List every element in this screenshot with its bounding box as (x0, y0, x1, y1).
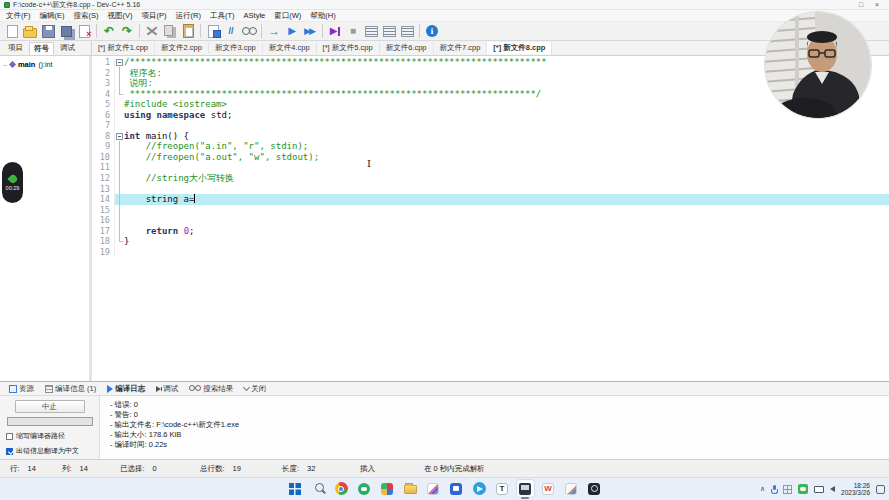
taskbar-paint-button[interactable] (425, 480, 442, 497)
fold-marker[interactable] (115, 205, 124, 216)
editor-line[interactable]: 17 return 0; (92, 226, 889, 237)
editor-line[interactable]: 14 string a= (92, 194, 889, 205)
file-tab-3[interactable]: 新文件3.cpp (209, 42, 263, 54)
tray-wechat-tray-button[interactable] (798, 484, 808, 494)
editor-line[interactable]: 19 (92, 247, 889, 258)
editor-line[interactable]: 16 (92, 215, 889, 226)
find-button[interactable] (240, 23, 258, 40)
taskbar-wps-button[interactable]: W (540, 480, 557, 497)
editor-line[interactable]: 5#include <iostream> (92, 99, 889, 110)
new-file-button[interactable] (3, 23, 21, 40)
file-tab-1[interactable]: [*] 新文件1.cpp (92, 42, 155, 54)
editor-line[interactable]: 11 (92, 162, 889, 173)
fold-marker[interactable] (115, 131, 124, 142)
bottom-tab-debug[interactable]: 调试 (152, 382, 182, 395)
taskbar-clouddoc-button[interactable] (448, 480, 465, 497)
taskbar-devcpp-button[interactable] (517, 480, 534, 497)
fold-marker[interactable] (115, 68, 124, 79)
sidebar-tab-3[interactable]: 调试 (56, 42, 79, 54)
menu-item-8[interactable]: AStyle (244, 11, 266, 20)
abort-button[interactable]: 中止 (15, 400, 85, 413)
fold-marker[interactable] (115, 141, 124, 152)
copy-button[interactable] (161, 23, 179, 40)
compile-option-1[interactable]: 缩写编译器路径 (6, 431, 93, 441)
sidebar-tab-1[interactable]: 项目 (4, 42, 27, 54)
file-tab-7[interactable]: 新文件7.cpp (434, 42, 488, 54)
editor-line[interactable]: 18} (92, 236, 889, 247)
run-button[interactable]: ▶ (283, 23, 301, 40)
bottom-tab-compile-log[interactable]: 编译日志 (103, 382, 149, 395)
taskbar-clock[interactable]: 18:26 2023/3/26 (841, 482, 870, 497)
debug-button[interactable]: ▶ (326, 23, 344, 40)
sidebar-tab-2[interactable]: 符号 (29, 42, 54, 55)
save-all-button[interactable] (57, 23, 75, 40)
info-button[interactable]: i (423, 23, 441, 40)
fold-marker[interactable] (115, 236, 124, 247)
taskbar-typora-button[interactable]: T (494, 480, 511, 497)
stop-button[interactable]: ■ (344, 23, 362, 40)
tray-input-grid-button[interactable] (783, 485, 792, 494)
menu-item-10[interactable]: 帮助(H) (310, 11, 335, 21)
fold-marker[interactable] (115, 162, 124, 173)
bottom-tab-compile-info[interactable]: 编译信息 (1) (41, 382, 100, 395)
fold-marker[interactable] (115, 152, 124, 163)
taskbar-telegram-button[interactable] (471, 480, 488, 497)
compile-button[interactable] (204, 23, 222, 40)
menu-item-4[interactable]: 视图(V) (108, 11, 133, 21)
checkbox-checked[interactable] (6, 448, 13, 455)
checkbox-unchecked[interactable] (6, 433, 13, 440)
fold-box[interactable] (116, 59, 123, 66)
file-tab-5[interactable]: [*] 新文件5.cpp (317, 42, 380, 54)
file-tab-4[interactable]: 新文件4.cpp (263, 42, 317, 54)
tray-volume-button[interactable] (830, 486, 835, 492)
menu-item-7[interactable]: 工具(T) (210, 11, 235, 21)
taskbar-start-button[interactable] (287, 480, 304, 497)
del-profiling-button[interactable] (398, 23, 416, 40)
taskbar-explorer-button[interactable] (402, 480, 419, 497)
paste-button[interactable] (179, 23, 197, 40)
file-tab-6[interactable]: 新文件6.cpp (380, 42, 434, 54)
undo-button[interactable]: ↶ (100, 23, 118, 40)
profiler-button[interactable] (362, 23, 380, 40)
fold-box[interactable] (116, 133, 123, 140)
fold-marker[interactable] (115, 184, 124, 195)
redo-button[interactable]: ↷ (118, 23, 136, 40)
fold-marker[interactable] (115, 226, 124, 237)
compile-option-2[interactable]: 出错信息翻译为中文 (6, 446, 93, 456)
fold-marker[interactable] (115, 78, 124, 89)
menu-item-3[interactable]: 搜索(S) (74, 11, 99, 21)
restore-button[interactable]: □ (853, 1, 869, 8)
menu-item-2[interactable]: 编辑(E) (40, 11, 65, 21)
open-file-button[interactable] (21, 23, 39, 40)
editor-line[interactable]: 9 //freopen("a.in", "r", stdin); (92, 141, 889, 152)
tray-microphone-button[interactable] (771, 485, 777, 494)
fold-marker[interactable] (115, 173, 124, 184)
close-button[interactable]: × (869, 1, 885, 8)
menu-item-9[interactable]: 窗口(W) (274, 11, 301, 21)
menu-item-1[interactable]: 文件(F) (6, 11, 31, 21)
file-tab-8[interactable]: [*] 新文件8.cpp (487, 42, 552, 54)
taskbar-search-button[interactable] (310, 480, 327, 497)
compile-log[interactable]: - 错误: 0- 警告: 0- 输出文件名: F:\code-c++\新文件1.… (100, 396, 889, 459)
editor-line[interactable]: 13 (92, 184, 889, 195)
taskbar-wechat-button[interactable] (356, 480, 373, 497)
fold-marker[interactable] (115, 194, 124, 205)
bottom-tab-search-results[interactable]: 搜索结果 (185, 382, 237, 395)
file-tab-2[interactable]: 新文件2.cpp (155, 42, 209, 54)
taskbar-snip-button[interactable] (563, 480, 580, 497)
screen-recorder-badge[interactable]: 00:29 (2, 162, 23, 203)
editor-line[interactable]: 15 (92, 205, 889, 216)
compile-run-button[interactable]: → (265, 23, 283, 40)
editor-line[interactable]: 12 //string大小写转换 (92, 173, 889, 184)
taskbar-chrome-button[interactable] (333, 480, 350, 497)
fold-marker[interactable] (115, 89, 124, 100)
bottom-tab-resources[interactable]: 资源 (5, 382, 38, 395)
editor-line[interactable]: 7 (92, 120, 889, 131)
compile-and-run-button[interactable]: ▶▶ (301, 23, 319, 40)
editor-line[interactable]: 8int main() { (92, 131, 889, 142)
cut-button[interactable] (143, 23, 161, 40)
profiling-log-button[interactable] (380, 23, 398, 40)
notification-center-icon[interactable] (876, 485, 885, 494)
taskbar-obs-button[interactable] (586, 480, 603, 497)
code-editor[interactable]: 1/**************************************… (92, 56, 889, 381)
